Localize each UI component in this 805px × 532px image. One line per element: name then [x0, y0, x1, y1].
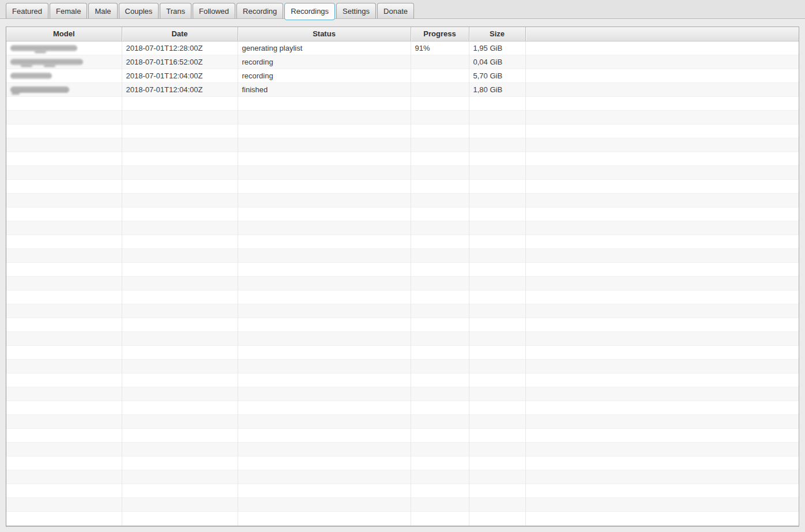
table-row-empty[interactable] [6, 193, 799, 207]
blank-cell [6, 248, 122, 262]
table-row-empty[interactable] [6, 387, 799, 401]
table-row-empty[interactable] [6, 318, 799, 331]
blank-cell [6, 110, 122, 124]
table-row-empty[interactable] [6, 373, 799, 387]
blank-cell [6, 179, 122, 193]
blank-cell [122, 331, 238, 345]
blank-cell [411, 511, 469, 525]
table-row-empty[interactable] [6, 124, 799, 138]
blank-cell [411, 318, 469, 331]
tab-featured[interactable]: Featured [6, 3, 48, 18]
table-row-empty[interactable] [6, 165, 799, 179]
blank-cell [122, 179, 238, 193]
blank-cell [469, 290, 525, 304]
blank-cell [6, 290, 122, 304]
table-row-empty[interactable] [6, 248, 799, 262]
blank-cell [411, 359, 469, 373]
tab-recordings[interactable]: Recordings [284, 3, 335, 20]
blank-cell [469, 401, 525, 414]
table-row-empty[interactable] [6, 290, 799, 304]
blank-cell [469, 359, 525, 373]
blank-cell [411, 248, 469, 262]
table-row-empty[interactable] [6, 138, 799, 152]
size-cell: 1,80 GiB [469, 82, 525, 96]
blank-cell [469, 456, 525, 470]
table-row[interactable]: 2018-07-01T12:04:00Z recording 5,70 GiB [6, 69, 799, 82]
blank-cell [525, 373, 799, 387]
table-row-empty[interactable] [6, 152, 799, 165]
table-row-empty[interactable] [6, 331, 799, 345]
blank-cell [6, 262, 122, 276]
tab-followed[interactable]: Followed [193, 3, 235, 18]
table-row-empty[interactable] [6, 401, 799, 414]
blank-cell [411, 110, 469, 124]
table-row-empty[interactable] [6, 96, 799, 110]
table-row-empty[interactable] [6, 511, 799, 525]
table-row-empty[interactable] [6, 414, 799, 428]
blank-cell [238, 276, 411, 290]
table-row-empty[interactable] [6, 456, 799, 470]
table-row-empty[interactable] [6, 262, 799, 276]
blank-cell [525, 456, 799, 470]
redacted-model-name [10, 45, 77, 51]
blank-cell [122, 428, 238, 442]
blank-cell [122, 414, 238, 428]
blank-cell [469, 276, 525, 290]
blank-cell [6, 470, 122, 484]
table-row-empty[interactable] [6, 179, 799, 193]
size-cell: 1,95 GiB [469, 41, 525, 55]
tab-couples[interactable]: Couples [119, 3, 159, 18]
blank-cell [469, 124, 525, 138]
column-header-size[interactable]: Size [469, 27, 525, 41]
blank-cell [238, 331, 411, 345]
blank-cell [411, 414, 469, 428]
table-row-empty[interactable] [6, 497, 799, 511]
blank-cell [411, 442, 469, 456]
blank-cell [238, 290, 411, 304]
table-row-empty[interactable] [6, 221, 799, 235]
blank-cell [525, 179, 799, 193]
table-row-empty[interactable] [6, 470, 799, 484]
date-cell: 2018-07-01T12:04:00Z [122, 69, 238, 82]
blank-cell [525, 221, 799, 235]
blank-cell [525, 304, 799, 318]
tab-donate[interactable]: Donate [377, 3, 414, 18]
column-header-model[interactable]: Model [6, 27, 122, 41]
blank-cell [238, 262, 411, 276]
blank-cell [238, 165, 411, 179]
table-row-empty[interactable] [6, 484, 799, 497]
table-row-empty[interactable] [6, 428, 799, 442]
table-row[interactable]: 2018-07-01T12:28:00Z generating playlist… [6, 41, 799, 55]
blank-cell [122, 207, 238, 221]
table-row-empty[interactable] [6, 359, 799, 373]
blank-cell [6, 373, 122, 387]
progress-cell: 91% [411, 41, 469, 55]
column-header-date[interactable]: Date [122, 27, 238, 41]
tab-male[interactable]: Male [88, 3, 117, 18]
table-row-empty[interactable] [6, 207, 799, 221]
blank-cell [469, 207, 525, 221]
blank-cell [469, 428, 525, 442]
redacted-model-name [10, 86, 69, 93]
table-row-empty[interactable] [6, 345, 799, 359]
tab-recording[interactable]: Recording [236, 3, 283, 18]
table-row-empty[interactable] [6, 304, 799, 318]
tab-settings[interactable]: Settings [336, 3, 376, 18]
blank-cell [411, 331, 469, 345]
column-header-progress[interactable]: Progress [411, 27, 469, 41]
status-cell: recording [238, 69, 411, 82]
tab-trans[interactable]: Trans [160, 3, 191, 18]
table-row[interactable]: 2018-07-01T12:04:00Z finished 1,80 GiB [6, 82, 799, 96]
column-header-status[interactable]: Status [238, 27, 411, 41]
table-row-empty[interactable] [6, 442, 799, 456]
table-row-empty[interactable] [6, 110, 799, 124]
blank-cell [469, 484, 525, 497]
blank-cell [6, 152, 122, 165]
blank-cell [525, 55, 799, 69]
table-row[interactable]: 2018-07-01T16:52:00Z recording 0,04 GiB [6, 55, 799, 69]
table-row-empty[interactable] [6, 276, 799, 290]
blank-cell [6, 124, 122, 138]
table-row-empty[interactable] [6, 235, 799, 248]
tab-female[interactable]: Female [50, 3, 87, 18]
blank-cell [411, 497, 469, 511]
